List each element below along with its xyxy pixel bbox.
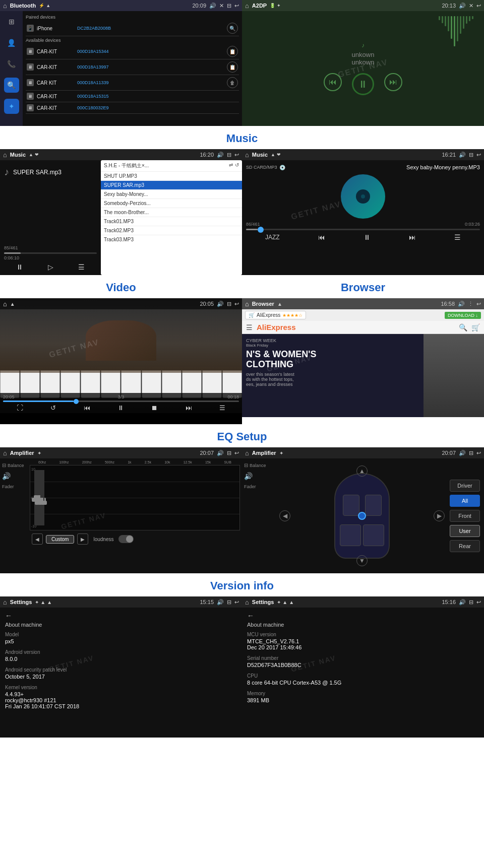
v1-back-icon[interactable]: ↩	[234, 599, 239, 606]
music2-playlist-icon[interactable]: ☰	[454, 233, 461, 241]
playlist-item-5[interactable]: Track01.MP3	[101, 217, 242, 226]
music2-back-icon[interactable]: ↩	[476, 152, 481, 158]
video-next-icon[interactable]: ⏭	[186, 404, 192, 412]
bt-device-5[interactable]: 🖥 CAR-KIT 000C180032E9	[26, 102, 239, 114]
bt-device-4[interactable]: 🖥 CAR-KIT 000D18A15315	[26, 91, 239, 102]
version2-home-icon[interactable]: ⌂	[245, 598, 249, 606]
eq2-arrow-left[interactable]: ◀	[279, 510, 290, 521]
icon-back-bt[interactable]: ↩	[234, 3, 239, 9]
browser-search-icon[interactable]: 🔍	[459, 323, 467, 331]
version2-back-btn[interactable]: ←	[247, 612, 479, 620]
eq1-preset-btn[interactable]: Custom	[46, 535, 74, 544]
playlist-item-6[interactable]: Track02.MP3	[101, 226, 242, 235]
music2-next-icon[interactable]: ⏭	[409, 233, 416, 241]
browser-menu-icon[interactable]: ⋮	[468, 301, 473, 307]
dev-mac-4: 000D18A15315	[77, 94, 238, 99]
music1-home-icon[interactable]: ⌂	[3, 151, 7, 159]
music2-prev-icon[interactable]: ⏮	[318, 233, 325, 241]
eq1-back-icon[interactable]: ↩	[234, 450, 239, 456]
sidebar-home-icon[interactable]: ⊞	[4, 14, 19, 29]
dev-btn-1[interactable]: 📋	[227, 46, 238, 57]
a2dp-home-icon[interactable]: ⌂	[245, 2, 249, 10]
sidebar-contacts-icon[interactable]: 👤	[4, 35, 19, 50]
video-stop-icon[interactable]: ⏹	[151, 404, 158, 412]
browser-download-btn[interactable]: DOWNLOAD ↓	[445, 312, 481, 319]
eq2-home-icon[interactable]: ⌂	[245, 449, 249, 457]
video-menu-icon[interactable]: ⊟	[227, 301, 231, 307]
dev-search-btn[interactable]: 🔍	[227, 23, 238, 34]
version1-back-btn[interactable]: ←	[5, 612, 237, 620]
music1-menu-icon[interactable]: ⊟	[227, 152, 231, 158]
eq1-toggle[interactable]	[118, 535, 134, 543]
browser-hamburger-icon[interactable]: ☰	[246, 323, 253, 331]
eq2-user-btn[interactable]: User	[450, 525, 480, 537]
sidebar-search-icon[interactable]: 🔍	[4, 78, 19, 93]
icon-close-bt[interactable]: ✕	[219, 3, 224, 9]
video-prev-icon[interactable]: ⏮	[84, 404, 90, 412]
eq-slider-10[interactable]	[43, 470, 44, 525]
bt-device-1[interactable]: 🖥 CAR-KIT 000D18A15344 📋	[26, 44, 239, 59]
eq1-home-icon[interactable]: ⌂	[3, 449, 7, 457]
a2dp-playpause-btn[interactable]: ⏸	[352, 73, 374, 95]
eq2-menu-icon[interactable]: ⊟	[469, 450, 473, 456]
browser-back-icon[interactable]: ↩	[476, 301, 481, 307]
eq2-arrow-right[interactable]: ▶	[434, 510, 445, 521]
eq1-next-btn[interactable]: ▶	[77, 533, 88, 545]
eq1-prev-btn[interactable]: ◀	[32, 533, 43, 545]
eq2-all-btn[interactable]: All	[450, 495, 480, 507]
v2-back-icon[interactable]: ↩	[476, 599, 481, 606]
v2-menu-icon[interactable]: ⊟	[469, 599, 473, 606]
eq2-arrow-down[interactable]: ▼	[356, 555, 368, 566]
shuffle-icon[interactable]: ⇌	[229, 162, 233, 169]
music1-pause-icon[interactable]: ⏸	[16, 263, 23, 271]
sidebar-phone-icon[interactable]: 📞	[4, 56, 19, 72]
a2dp-back-icon[interactable]: ↩	[476, 3, 481, 9]
playlist-item-3[interactable]: Somebody-Perzios...	[101, 199, 242, 208]
video-progress-bar[interactable]	[3, 400, 239, 402]
browser-home-icon[interactable]: ⌂	[245, 300, 249, 308]
playlist-item-active[interactable]: SUPER SAR.mp3	[101, 181, 242, 190]
dev-btn-3[interactable]: 🗑	[227, 77, 238, 88]
home-icon[interactable]: ⌂	[3, 2, 7, 10]
music2-pause-icon[interactable]: ⏸	[364, 233, 371, 241]
playlist-item-7[interactable]: Track03.MP3	[101, 235, 242, 244]
v1-menu-icon[interactable]: ⊟	[227, 599, 231, 606]
video-ctrl-row[interactable]: ⛶ ↺ ⏮ ⏸ ⏹ ⏭ ☰	[3, 404, 239, 412]
music1-controls[interactable]: ⏸ ▷ ☰	[2, 261, 99, 273]
video-home-icon[interactable]: ⌂	[3, 300, 7, 308]
music1-playlist-icon[interactable]: ☰	[78, 263, 85, 271]
playlist-item-2[interactable]: Sexy baby-Money...	[101, 190, 242, 199]
a2dp-close-icon[interactable]: ✕	[469, 3, 473, 9]
eq2-back-icon[interactable]: ↩	[476, 450, 481, 456]
music1-next-icon[interactable]: ▷	[48, 263, 53, 271]
bt-paired-iphone[interactable]: 📱 iPhone DC2B2AB2008B 🔍	[26, 21, 239, 36]
music1-progress-bar[interactable]	[4, 252, 97, 254]
music2-controls[interactable]: JAZZ ⏮ ⏸ ⏭ ☰	[244, 231, 482, 243]
dev-btn-2[interactable]: 📋	[227, 61, 238, 73]
version1-home-icon[interactable]: ⌂	[3, 598, 7, 606]
repeat-icon[interactable]: ↺	[235, 162, 239, 169]
music1-back-icon[interactable]: ↩	[234, 152, 239, 158]
eq2-front-btn[interactable]: Front	[450, 510, 480, 522]
bt-device-2[interactable]: 🖥 CAR-KIT 000D18A13997 📋	[26, 59, 239, 75]
bt-device-3[interactable]: 🖥 CAR KIT 000D18A11339 🗑	[26, 75, 239, 91]
eq2-rear-btn[interactable]: Rear	[450, 540, 480, 552]
video-playlist-icon[interactable]: ☰	[219, 404, 225, 412]
music2-menu-icon[interactable]: ⊟	[469, 152, 473, 158]
video-pause-icon[interactable]: ⏸	[117, 404, 124, 412]
video-loop-icon[interactable]: ↺	[50, 404, 56, 412]
music2-progress-bar[interactable]	[246, 229, 480, 230]
video-fullscreen-icon[interactable]: ⛶	[17, 404, 23, 412]
icon-menu-bt[interactable]: ⊟	[227, 3, 231, 9]
sidebar-bluetooth-icon[interactable]: ✦	[4, 99, 19, 114]
music2-home-icon[interactable]: ⌂	[245, 151, 249, 159]
eq2-arrow-up[interactable]: ▲	[356, 465, 368, 477]
browser-tab[interactable]: 🛒 AliExpress ★★★★☆	[245, 311, 306, 319]
browser-cart-icon[interactable]: 🛒	[471, 323, 480, 331]
playlist-item-1[interactable]: SHUT UP.MP3	[101, 172, 242, 181]
playlist-item-4[interactable]: The moon-Brother...	[101, 208, 242, 217]
eq2-driver-btn[interactable]: Driver	[450, 480, 480, 492]
eq1-menu-icon[interactable]: ⊟	[227, 450, 231, 456]
a2dp-next-btn[interactable]: ⏭	[384, 73, 402, 91]
video-back-icon[interactable]: ↩	[234, 301, 239, 307]
